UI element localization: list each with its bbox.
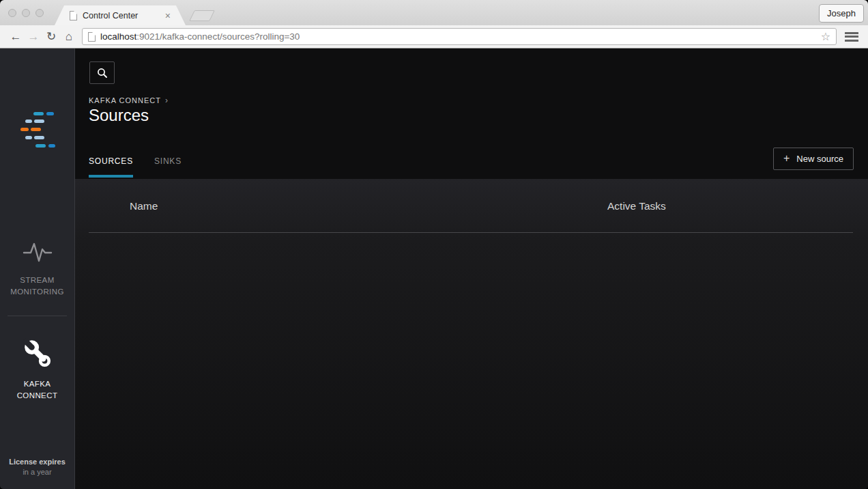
- column-header-name: Name: [130, 200, 158, 212]
- page-security-icon[interactable]: [88, 32, 96, 42]
- tab-sinks[interactable]: SINKS: [154, 156, 182, 178]
- tab-close-icon[interactable]: ×: [165, 11, 171, 20]
- maximize-window-button[interactable]: [35, 9, 44, 17]
- forward-icon: →: [25, 31, 42, 42]
- sidebar-divider: [8, 316, 67, 316]
- column-header-active-tasks: Active Tasks: [607, 200, 666, 212]
- menu-icon[interactable]: [845, 30, 858, 43]
- browser-tab-control-center[interactable]: Control Center ×: [55, 5, 186, 25]
- page-title: Sources: [89, 106, 149, 125]
- sidebar-item-label: STREAM MONITORING: [0, 275, 74, 298]
- bookmark-star-icon[interactable]: ☆: [821, 31, 830, 42]
- close-window-button[interactable]: [8, 9, 16, 17]
- sidebar-item-label: KAFKA CONNECT: [0, 378, 74, 402]
- confluent-logo-icon[interactable]: [18, 110, 57, 150]
- sources-sinks-tabs: SOURCES SINKS: [89, 156, 182, 178]
- browser-profile-button[interactable]: Joseph: [819, 4, 864, 23]
- chevron-right-icon: ›: [165, 96, 168, 105]
- home-icon[interactable]: ⌂: [60, 31, 78, 42]
- browser-tab-strip: Control Center × Joseph: [0, 0, 868, 25]
- browser-toolbar: ← → ↻ ⌂ localhost:9021/kafka-connect/sou…: [0, 25, 868, 48]
- reload-icon[interactable]: ↻: [42, 31, 60, 42]
- sources-table-panel: Name Active Tasks: [75, 179, 868, 489]
- new-tab-button[interactable]: [189, 10, 215, 21]
- url-path: :9021/kafka-connect/sources?rolling=30: [136, 31, 300, 42]
- minimize-window-button[interactable]: [22, 9, 30, 17]
- plus-icon: +: [783, 153, 790, 164]
- pulse-icon: [21, 237, 54, 266]
- url-host: localhost: [100, 31, 136, 42]
- window-controls: [8, 9, 44, 17]
- tab-sources[interactable]: SOURCES: [89, 156, 133, 178]
- breadcrumb[interactable]: KAFKA CONNECT›: [89, 96, 168, 105]
- wrench-icon: [22, 338, 53, 369]
- new-source-button-label: New source: [796, 154, 843, 164]
- back-icon[interactable]: ←: [7, 31, 25, 42]
- license-notice: License expires in a year: [0, 457, 74, 477]
- sidebar: STREAM MONITORING KAFKA CONNECT Lic: [0, 48, 75, 489]
- address-bar[interactable]: localhost:9021/kafka-connect/sources?rol…: [82, 28, 837, 45]
- browser-window: Control Center × Joseph ← → ↻ ⌂ localhos…: [0, 0, 868, 489]
- sidebar-item-stream-monitoring[interactable]: STREAM MONITORING: [0, 237, 74, 298]
- search-button[interactable]: [89, 61, 115, 84]
- search-icon: [97, 68, 108, 79]
- tab-title: Control Center: [83, 11, 138, 20]
- main-content: KAFKA CONNECT› Sources SOURCES SINKS + N…: [75, 48, 868, 489]
- breadcrumb-label[interactable]: KAFKA CONNECT: [89, 96, 161, 104]
- new-source-button[interactable]: + New source: [773, 148, 854, 170]
- sidebar-item-kafka-connect[interactable]: KAFKA CONNECT: [0, 338, 74, 402]
- table-header-divider: [89, 232, 853, 233]
- favicon-document-icon: [70, 11, 77, 20]
- url-text: localhost:9021/kafka-connect/sources?rol…: [100, 31, 300, 42]
